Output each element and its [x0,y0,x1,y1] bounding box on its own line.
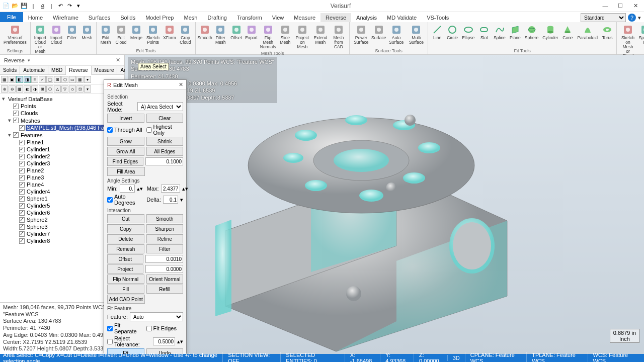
tab-solids[interactable]: Solids [115,13,140,22]
fitseparate-checkbox[interactable]: Fit Separate [107,322,144,334]
ptool-btn[interactable]: ⬡ [61,76,68,83]
min-input[interactable] [120,185,135,193]
ribbon-cropcloud[interactable]: Crop Cloud [178,23,193,48]
ribbon-xform[interactable]: XForm [163,23,177,48]
ribbon-powers[interactable]: Power Surface [352,23,371,48]
qat-redo[interactable]: ↷ [65,2,73,10]
panel-dock-icon[interactable]: ▾ [28,58,30,63]
ribbon-importc[interactable]: Import Cloud [49,23,64,55]
ptool-btn[interactable]: ⊕ [1,85,8,93]
ribbon-slot[interactable]: Slot [477,23,491,48]
ptool-btn[interactable]: ▾ [84,76,91,83]
tree-label[interactable]: Plane4 [26,182,45,188]
tree-toggle-icon[interactable]: ▾ [2,96,7,102]
tree-checkbox[interactable] [19,154,25,159]
tree-checkbox[interactable] [19,140,25,145]
ptool-btn[interactable]: ◇ [69,85,76,93]
offset-button[interactable]: Offset [107,254,143,263]
fill-button[interactable]: Fill [107,285,144,294]
ptool-btn[interactable]: ◨ [24,76,31,83]
ptool-btn[interactable]: ⊞ [39,85,46,93]
findedges-button[interactable]: Find Edges [107,157,143,166]
qat-opts[interactable]: ▾ [74,2,83,10]
tab-home[interactable]: Home [23,13,48,22]
tab-mdvalidate[interactable]: MD Validate [382,13,422,22]
tab-modelprep[interactable]: Model Prep [140,13,179,22]
ptool-btn[interactable]: ◯ [46,76,53,83]
ribbon-editcloud[interactable]: Edit Cloud [114,23,128,48]
ribbon-filterm[interactable]: Filter Mesh [213,23,228,50]
tree-toggle-icon[interactable]: ▾ [8,132,13,138]
grow-button[interactable]: Grow [107,137,144,146]
ribbon-cylinder[interactable]: Cylinder [541,23,559,48]
tree-checkbox[interactable] [19,224,25,230]
alledges-button[interactable]: All Edges [146,147,184,156]
ribbon-export[interactable]: Export [245,23,259,50]
fitedges-checkbox[interactable]: Fit Edges [146,325,184,331]
tree-label[interactable]: Cylinder7 [26,231,51,237]
tab-surfaces[interactable]: Surfaces [84,13,115,22]
qat-undo[interactable]: ↶ [56,2,64,10]
tree-label[interactable]: Verisurf DataBase [7,96,54,102]
invert-button[interactable]: Invert [107,114,144,123]
ptool-btn[interactable]: ◐ [24,85,31,93]
tree-label[interactable]: Cylinder1 [26,146,51,152]
rejecttol-input[interactable] [153,337,175,345]
ribbon-merge[interactable]: Merge [129,23,143,48]
tree-checkbox[interactable] [13,118,19,123]
tree-checkbox[interactable] [19,175,25,180]
ptool-btn[interactable]: ⊞ [54,76,61,83]
panel-tab-automate[interactable]: Automate [20,66,48,74]
ribbon-prefs[interactable]: Verisurf Preferences [2,23,28,48]
orientnormal-button[interactable]: Orient Normal [146,275,184,284]
ribbon-offset[interactable]: Offset [229,23,244,50]
panel-tab-solids[interactable]: Solids [0,66,20,74]
ribbon-meshcad[interactable]: Mesh from CAD [330,23,347,50]
qat-new[interactable]: 📄 [2,2,10,10]
minimize-button[interactable]: — [599,2,612,10]
status-wcs[interactable]: WCS: Feature WCS [588,352,641,362]
qat-save[interactable]: 💾 [20,2,28,10]
copy-button[interactable]: Copy [107,224,144,233]
ribbon-line[interactable]: Line [430,23,444,48]
ptool-btn[interactable]: ▾ [84,85,91,93]
tree-checkbox[interactable] [19,217,25,223]
tree-checkbox[interactable] [19,147,25,152]
ribbon-autos[interactable]: Auto Surface [387,23,406,48]
status-tplane[interactable]: TPLANE: Feature WCS [526,352,587,362]
tree-label[interactable]: Sphere1 [26,196,49,202]
offset-input[interactable] [145,255,184,263]
delta-input[interactable] [163,196,178,204]
tree-checkbox[interactable] [19,182,25,188]
panel-tab-mbd[interactable]: MBD [48,66,66,74]
sharpen-button[interactable]: Sharpen [146,224,184,233]
status-cplane[interactable]: CPLANE: Feature WCS [465,352,526,362]
ptool-btn[interactable]: ▽ [61,85,68,93]
project-button[interactable]: Project [107,264,143,274]
shrink-button[interactable]: Shrink [146,137,184,146]
ribbon-sphere[interactable]: Sphere [523,23,540,48]
ribbon-splinesfit[interactable]: Splines Fit [638,23,644,59]
tree-label[interactable]: Sphere3 [26,224,49,230]
status-mode[interactable]: 3D [447,355,465,361]
refill-button[interactable]: Refill [146,285,184,294]
qat-print[interactable]: 🖨 [38,2,46,10]
tree-label[interactable]: SAMPLE.stl_Mesh (198,046 Faces) [26,125,116,131]
remesh-button[interactable]: Remesh [107,244,144,253]
project-input[interactable] [145,265,184,273]
delete-button[interactable]: Delete [107,234,144,243]
rejecttol-checkbox[interactable]: Reject Tolerance: [107,335,151,347]
tree-checkbox[interactable] [13,104,19,109]
tree-checkbox[interactable] [19,125,25,131]
spin-icon[interactable]: ▴▾ [177,338,183,345]
ribbon-plane[interactable]: Plane [508,23,522,48]
tree-label[interactable]: Cylinder4 [26,189,51,195]
panel-tab-reverse[interactable]: Reverse [66,66,91,75]
tree-checkbox[interactable] [19,210,25,216]
autodeg-checkbox[interactable]: Auto Degrees [107,194,144,206]
tree-label[interactable]: Plane1 [26,139,45,145]
addcadpoint-button[interactable]: Add CAD Point [107,295,145,304]
ribbon-flip[interactable]: Flip Mesh Normals [260,23,277,50]
tab-measure[interactable]: Measure [289,13,320,22]
ribbon-sketchpts[interactable]: Sketch Points [144,23,162,48]
